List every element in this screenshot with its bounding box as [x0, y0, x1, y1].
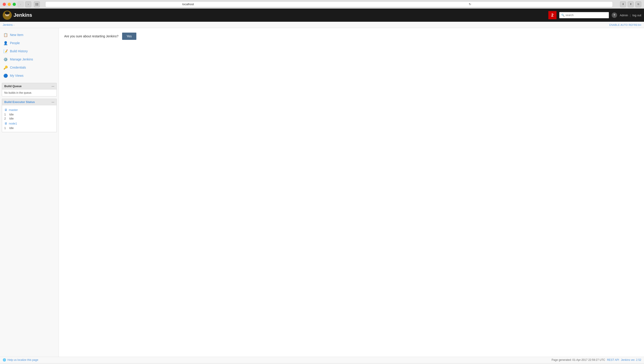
- executor-status-master-1: Idle: [9, 113, 14, 116]
- address-bar[interactable]: localhost ↻: [45, 1, 613, 7]
- back-button[interactable]: ‹: [18, 1, 24, 7]
- build-executor-panel: Build Executor Status — 🖥 master 1 Idle …: [2, 99, 57, 132]
- svg-rect-4: [37, 4, 38, 5]
- executor-item-master-2: 2 Idle: [4, 117, 54, 121]
- sidebar-label-build-history: Build History: [10, 49, 28, 53]
- sidebar-item-manage-jenkins[interactable]: ⚙️ Manage Jenkins: [0, 55, 58, 63]
- sidebar-item-build-history[interactable]: 📝 Build History: [0, 47, 58, 55]
- localize-link[interactable]: Help us localize this page: [8, 358, 38, 361]
- close-button[interactable]: [3, 3, 6, 6]
- help-button[interactable]: ?: [612, 13, 617, 18]
- jenkins-logo: Jenkins: [3, 11, 32, 20]
- new-item-icon: 📋: [3, 32, 8, 37]
- header-divider: |: [630, 14, 631, 17]
- auto-refresh-link[interactable]: ENABLE AUTO REFRESH: [610, 24, 641, 26]
- svg-rect-0: [36, 3, 37, 4]
- build-queue-empty: No builds in the queue.: [4, 91, 32, 94]
- minimize-button[interactable]: [8, 3, 11, 6]
- toolbar-icons: ⬇ ⬆ ⧉: [620, 1, 641, 7]
- jenkins-header: Jenkins 2 🔍 ? Admin | log out: [0, 9, 644, 22]
- confirm-text: Are you sure about restarting Jenkins?: [64, 34, 118, 38]
- svg-rect-2: [36, 5, 37, 6]
- executor-node-node1[interactable]: 🖥 node1: [4, 121, 54, 126]
- sidebar-nav: 📋 New Item 👤 People 📝 Build History ⚙️ M…: [0, 30, 58, 81]
- my-views-icon: 🔵: [3, 73, 8, 78]
- credentials-icon: 🔑: [3, 65, 8, 70]
- executor-node-master[interactable]: 🖥 master: [4, 107, 54, 112]
- reload-icon[interactable]: ↻: [329, 3, 611, 6]
- sidebar: 📋 New Item 👤 People 📝 Build History ⚙️ M…: [0, 28, 59, 357]
- admin-link[interactable]: Admin: [620, 14, 628, 17]
- footer-left: 🌐 Help us localize this page: [3, 358, 38, 361]
- version-link[interactable]: Jenkins ver. 2.52: [621, 358, 641, 361]
- build-queue-title: Build Queue: [4, 84, 22, 88]
- sidebar-item-credentials[interactable]: 🔑 Credentials: [0, 63, 58, 72]
- svg-rect-3: [37, 3, 38, 4]
- url-display: localhost: [47, 3, 329, 6]
- build-executor-collapse[interactable]: —: [52, 100, 54, 104]
- sidebar-label-my-views: My Views: [10, 74, 24, 77]
- page-generated: Page generated: 01-Apr-2017 22:59:27 UTC: [552, 358, 605, 361]
- sidebar-label-credentials: Credentials: [10, 66, 26, 69]
- build-executor-header: Build Executor Status —: [2, 99, 56, 105]
- sidebar-item-new-item[interactable]: 📋 New Item: [0, 31, 58, 39]
- sidebar-label-people: People: [10, 41, 20, 45]
- logout-link[interactable]: log out: [632, 14, 641, 17]
- breadcrumb: Jenkins › ENABLE AUTO REFRESH: [0, 22, 644, 28]
- executor-status-master-2: Idle: [9, 117, 14, 120]
- build-queue-header: Build Queue —: [2, 83, 56, 89]
- breadcrumb-home[interactable]: Jenkins: [3, 23, 13, 27]
- svg-rect-1: [36, 4, 37, 5]
- build-queue-panel: Build Queue — No builds in the queue.: [2, 83, 57, 96]
- localize-icon: 🌐: [3, 358, 6, 361]
- master-node-icon: 🖥: [4, 108, 8, 112]
- executor-item-node1-1: 1 Idle: [4, 126, 54, 130]
- share-icon[interactable]: ⬆: [628, 1, 634, 7]
- build-executor-body: 🖥 master 1 Idle 2 Idle 🖥 node1 1: [2, 105, 56, 132]
- yes-button[interactable]: Yes: [122, 33, 136, 40]
- jenkins-title: Jenkins: [14, 12, 32, 18]
- people-icon: 👤: [3, 41, 8, 46]
- main-layout: 📋 New Item 👤 People 📝 Build History ⚙️ M…: [0, 28, 644, 357]
- sidebar-label-new-item: New Item: [10, 33, 23, 37]
- footer-right: Page generated: 01-Apr-2017 22:59:27 UTC…: [552, 358, 641, 361]
- maximize-button[interactable]: [13, 3, 16, 6]
- build-executor-title[interactable]: Build Executor Status: [4, 100, 35, 104]
- executor-num-master-1: 1: [4, 113, 8, 116]
- confirm-row: Are you sure about restarting Jenkins? Y…: [64, 33, 638, 40]
- rest-api-link[interactable]: REST API: [607, 358, 619, 361]
- search-box[interactable]: 🔍: [559, 12, 609, 18]
- mac-titlebar: ‹ › localhost ↻ ⬇ ⬆ ⧉: [0, 0, 644, 9]
- avatar: [3, 11, 12, 20]
- build-queue-body: No builds in the queue.: [2, 89, 56, 96]
- search-icon: 🔍: [561, 14, 565, 17]
- sidebar-item-people[interactable]: 👤 People: [0, 39, 58, 47]
- header-links: Admin | log out: [620, 14, 641, 17]
- executor-status-node1-1: Idle: [9, 126, 14, 130]
- tabs-icon[interactable]: ⧉: [636, 1, 641, 7]
- executor-num-node1-1: 1: [4, 126, 8, 130]
- master-node-label: master: [9, 108, 18, 112]
- executor-num-master-2: 2: [4, 117, 8, 120]
- node1-icon: 🖥: [4, 122, 8, 125]
- logout-label: log out: [632, 14, 641, 17]
- forward-button[interactable]: ›: [25, 1, 31, 7]
- build-history-icon: 📝: [3, 49, 8, 54]
- notification-badge[interactable]: 2: [548, 11, 556, 19]
- executor-item-master-1: 1 Idle: [4, 112, 54, 117]
- main-content: Are you sure about restarting Jenkins? Y…: [59, 28, 644, 357]
- build-queue-collapse[interactable]: —: [52, 85, 54, 88]
- sidebar-label-manage-jenkins: Manage Jenkins: [10, 58, 33, 61]
- breadcrumb-separator: ›: [14, 24, 14, 26]
- node1-label: node1: [9, 122, 17, 125]
- reader-button[interactable]: [34, 1, 40, 7]
- breadcrumb-right: ENABLE AUTO REFRESH: [610, 23, 641, 27]
- svg-rect-11: [5, 13, 10, 14]
- footer: 🌐 Help us localize this page Page genera…: [0, 357, 644, 363]
- download-icon[interactable]: ⬇: [620, 1, 626, 7]
- search-input[interactable]: [566, 14, 607, 17]
- svg-rect-5: [37, 5, 38, 6]
- sidebar-item-my-views[interactable]: 🔵 My Views: [0, 72, 58, 80]
- manage-jenkins-icon: ⚙️: [3, 57, 8, 62]
